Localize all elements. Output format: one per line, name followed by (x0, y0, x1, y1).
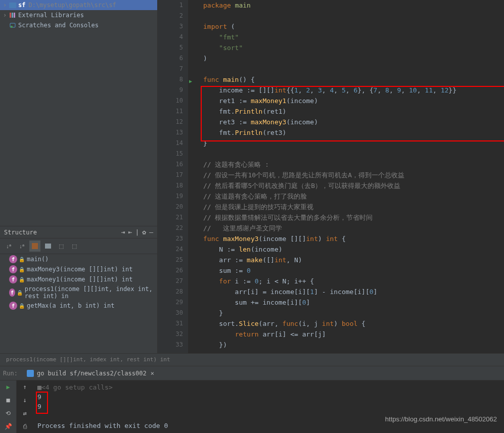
sort-az-button[interactable]: ↓ᵃ (3, 240, 14, 252)
gutter-line[interactable]: 16 (158, 159, 183, 170)
code-line[interactable]: arr := make([]int, N) (203, 255, 504, 265)
gutter-line[interactable]: 14 (158, 138, 183, 149)
wrap-icon[interactable]: ⇄ (17, 407, 33, 420)
gutter-line[interactable]: 27 (158, 276, 183, 286)
code-line[interactable]: income := [][]int{{1, 2, 3, 4, 5, 6}, {7… (203, 85, 504, 95)
gutter-line[interactable]: 30 (158, 308, 183, 318)
external-libraries-row[interactable]: › External Libraries (0, 10, 157, 20)
code-line[interactable]: // 这题有贪心策略 : (203, 159, 504, 170)
gutter-line[interactable]: 26 (158, 265, 183, 276)
console[interactable]: ▦<4 go setup calls> 9 9 Process finished… (33, 380, 504, 433)
structure-item[interactable]: f🔒maxMoney1(income [][]int) int (0, 274, 157, 284)
gutter-line[interactable]: 33 (158, 340, 183, 350)
gutter-line[interactable]: 18 (158, 180, 183, 191)
code-line[interactable]: N := len(income) (203, 244, 504, 255)
gutter-line[interactable]: 21 (158, 212, 183, 223)
pin-button[interactable]: 📌 (0, 420, 16, 433)
code-line[interactable]: fmt.Println(ret1) (203, 106, 504, 117)
code-line[interactable]: // 这道题有贪心策略，打了我的脸 (203, 191, 504, 202)
gutter-line[interactable]: 23 (158, 233, 183, 244)
gutter-line[interactable]: 7 (158, 64, 183, 74)
code-line[interactable]: ret1 := maxMoney1(income) (203, 95, 504, 106)
gutter-line[interactable]: 4 (158, 32, 183, 42)
gutter-line[interactable]: 31 (158, 318, 183, 329)
structure-item[interactable]: f🔒process1(income [][]int, index int, re… (0, 284, 157, 301)
gutter-line[interactable]: 25 (158, 255, 183, 265)
code-line[interactable]: sum += income[i][0] (203, 297, 504, 308)
gutter-line[interactable]: 28 (158, 286, 183, 297)
collapse-icon[interactable]: ⇤ (128, 228, 132, 236)
scratches-row[interactable]: Scratches and Consoles (0, 20, 157, 30)
autoscroll-button[interactable]: ⬚ (56, 240, 67, 252)
gutter-line[interactable]: 24 (158, 244, 183, 255)
autoscroll-from-button[interactable]: ⬚ (69, 240, 80, 252)
code-line[interactable]: return arr[i] <= arr[j] (203, 329, 504, 340)
code-line[interactable]: } (203, 138, 504, 149)
gutter-line[interactable]: 6 (158, 53, 183, 64)
code-line[interactable]: for i := 0; i < N; i++ { (203, 276, 504, 286)
code-line[interactable]: // 这里感谢卢圣文同学 (203, 223, 504, 233)
structure-item[interactable]: f🔒maxMoney3(income [][]int) int (0, 264, 157, 274)
gutter-line[interactable]: 19 (158, 191, 183, 202)
gutter-line[interactable]: 22 (158, 223, 183, 233)
stop-button[interactable]: ■ (0, 394, 16, 407)
code-line[interactable] (203, 149, 504, 159)
code-line[interactable]: // 然后看看哪5个司机改换门庭（去B），可以获得最大的额外收益 (203, 180, 504, 191)
gutter-line[interactable]: 29 (158, 297, 183, 308)
gutter-line[interactable]: 2 (158, 11, 183, 21)
code-line[interactable]: "fmt" (203, 32, 504, 42)
restart-button[interactable]: ⟲ (0, 407, 16, 420)
close-tab-icon[interactable]: × (151, 370, 154, 377)
sort-za-button[interactable]: ↓ᵃ (16, 240, 27, 252)
code-line[interactable]: // 根据数据量猜解法可以省去大量的多余分析，节省时间 (203, 212, 504, 223)
code-line[interactable]: package main (203, 0, 504, 11)
code-line[interactable]: }) (203, 340, 504, 350)
chevron-right-icon[interactable]: › (3, 2, 9, 9)
gutter-line[interactable]: 8▶ (158, 74, 183, 85)
gutter-line[interactable]: 3 (158, 21, 183, 32)
gutter-line[interactable]: 11 (158, 106, 183, 117)
gutter-line[interactable]: 12 (158, 117, 183, 127)
code-line[interactable]: // 但是我课上提到的技巧请大家重视 (203, 202, 504, 212)
run-tab[interactable]: go build sf/newclass2/class002 × (23, 368, 158, 379)
editor-area[interactable]: 12345678▶9101112131415161718192021222324… (158, 0, 504, 353)
run-button[interactable]: ▶ (0, 380, 16, 394)
gutter-line[interactable]: 10 (158, 95, 183, 106)
gutter-line[interactable]: 9 (158, 85, 183, 95)
gutter-line[interactable]: 15 (158, 149, 183, 159)
code-line[interactable]: fmt.Println(ret3) (203, 127, 504, 138)
gutter-line[interactable]: 20 (158, 202, 183, 212)
code-line[interactable]: func main() { (203, 74, 504, 85)
expand-icon[interactable]: ⇥ (121, 228, 125, 236)
code-line[interactable]: sum := 0 (203, 265, 504, 276)
code-line[interactable]: "sort" (203, 42, 504, 53)
code-line[interactable] (203, 11, 504, 21)
gutter-line[interactable]: 32 (158, 329, 183, 340)
breadcrumb-bar[interactable]: process1(income [][]int, index int, rest… (0, 353, 504, 366)
print-icon[interactable]: ⎙ (17, 420, 33, 433)
up-icon[interactable]: ↑ (17, 380, 33, 394)
gutter-line[interactable]: 1 (158, 0, 183, 11)
gear-icon[interactable]: ✿ (142, 228, 146, 236)
code-line[interactable] (203, 64, 504, 74)
gutter[interactable]: 12345678▶9101112131415161718192021222324… (158, 0, 188, 353)
down-icon[interactable]: ↓ (17, 394, 33, 407)
code-line[interactable]: ) (203, 53, 504, 64)
chevron-right-icon[interactable]: › (3, 12, 9, 19)
code-line[interactable]: ret3 := maxMoney3(income) (203, 117, 504, 127)
gutter-line[interactable]: 5 (158, 42, 183, 53)
show-folders-button[interactable] (42, 240, 54, 252)
project-root-row[interactable]: › sf D:\mysetup\gopath\src\sf (0, 0, 157, 10)
gutter-line[interactable]: 13 (158, 127, 183, 138)
gutter-line[interactable]: 17 (158, 170, 183, 180)
code-area[interactable]: package mainimport ( "fmt" "sort")func m… (188, 0, 504, 353)
minimize-icon[interactable]: — (149, 228, 153, 236)
code-line[interactable]: func maxMoney3(income [][]int) int { (203, 233, 504, 244)
code-line[interactable]: import ( (203, 21, 504, 32)
show-fields-button[interactable] (29, 240, 40, 252)
code-line[interactable]: sort.Slice(arr, func(i, j int) bool { (203, 318, 504, 329)
code-line[interactable]: // 假设一共有10个司机，思路是先让所有司机去A，得到一个总收益 (203, 170, 504, 180)
structure-item[interactable]: f🔒getMax(a int, b int) int (0, 301, 157, 311)
code-line[interactable]: } (203, 308, 504, 318)
structure-item[interactable]: f🔒main() (0, 254, 157, 264)
